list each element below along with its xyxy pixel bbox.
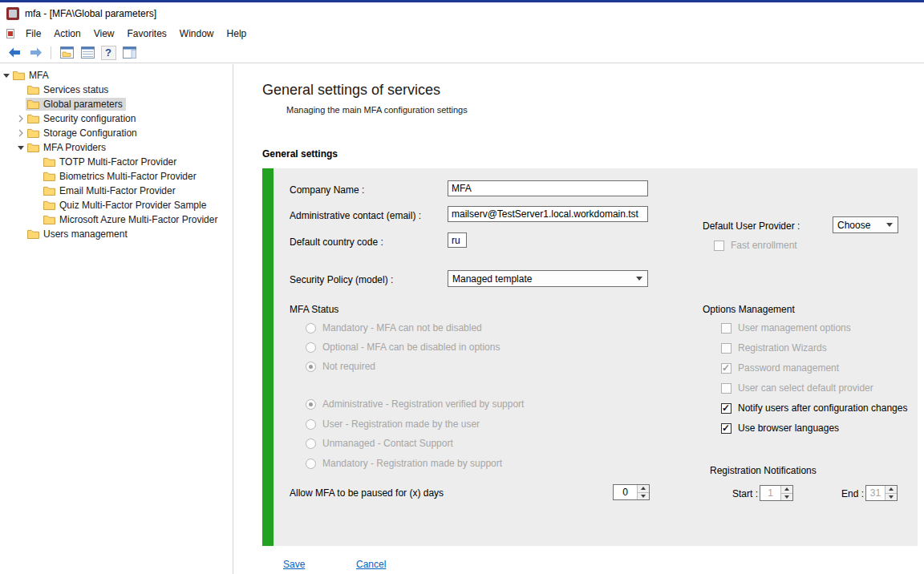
spin-down-button[interactable] bbox=[886, 493, 897, 501]
show-console-tree-button[interactable] bbox=[57, 44, 76, 62]
back-button[interactable] bbox=[5, 44, 24, 62]
menu-window[interactable]: Window bbox=[173, 26, 221, 42]
company-name-label: Company Name : bbox=[290, 184, 364, 196]
spin-down-button[interactable] bbox=[638, 492, 649, 500]
radio-mandatory-registration: Mandatory - Registration made by support bbox=[306, 458, 502, 469]
tree-item-email-provider[interactable]: Email Multi-Factor Provider bbox=[0, 184, 233, 198]
show-action-pane-button[interactable] bbox=[120, 44, 139, 62]
tree-item-users-management[interactable]: Users management bbox=[0, 227, 233, 241]
folder-icon bbox=[27, 143, 39, 152]
checkbox-label: Registration Wizards bbox=[738, 342, 827, 354]
checkbox-icon bbox=[721, 363, 732, 374]
tree-item-label: Security configuration bbox=[43, 113, 136, 124]
radio-icon bbox=[306, 323, 316, 333]
export-list-button[interactable] bbox=[78, 44, 97, 62]
menu-help[interactable]: Help bbox=[221, 26, 253, 42]
checkbox-icon[interactable] bbox=[721, 423, 732, 434]
console-document-icon bbox=[5, 28, 16, 39]
content-area: MFA Services status Global parameters bbox=[0, 64, 924, 574]
help-button[interactable]: ? bbox=[99, 44, 118, 62]
admin-contact-input[interactable] bbox=[448, 206, 648, 222]
spin-up-button[interactable] bbox=[781, 486, 792, 493]
options-management-heading: Options Management bbox=[703, 304, 795, 315]
menu-view[interactable]: View bbox=[87, 26, 121, 42]
folder-icon bbox=[43, 200, 55, 210]
tree-item-biometrics-provider[interactable]: Biometrics Multi-Factor Provider bbox=[0, 169, 233, 184]
tree-item-global-parameters[interactable]: Global parameters bbox=[0, 97, 233, 111]
checkbox-icon bbox=[714, 241, 724, 251]
spin-up-button[interactable] bbox=[638, 485, 649, 492]
tree-item-azure-provider[interactable]: Microsoft Azure Multi-Factor Provider bbox=[0, 212, 233, 227]
default-user-provider-label: Default User Provider : bbox=[703, 220, 800, 232]
folder-icon bbox=[43, 215, 55, 224]
settings-pane: General settings of services Managing th… bbox=[234, 64, 924, 574]
folder-icon bbox=[27, 99, 39, 109]
registration-notifications-heading: Registration Notifications bbox=[710, 465, 817, 476]
spin-down-button[interactable] bbox=[781, 493, 792, 501]
checkbox-user-management-options: User management options bbox=[721, 322, 851, 333]
mfa-status-heading: MFA Status bbox=[290, 304, 338, 315]
pause-days-label: Allow MFA to be paused for (x) days bbox=[290, 487, 444, 499]
admin-contact-label: Administrative contact (email) : bbox=[290, 210, 421, 221]
tree-item-label: Biometrics Multi-Factor Provider bbox=[59, 171, 197, 182]
chevron-down-icon bbox=[886, 223, 893, 227]
radio-icon bbox=[306, 399, 316, 410]
app-icon bbox=[6, 7, 19, 20]
tree-item-totp-provider[interactable]: TOTP Multi-Factor Provider bbox=[0, 155, 233, 169]
expander-icon[interactable] bbox=[16, 114, 26, 123]
tree-item-label: Microsoft Azure Multi-Factor Provider bbox=[59, 214, 217, 225]
country-code-input[interactable] bbox=[448, 232, 467, 248]
arrow-down-icon bbox=[784, 495, 789, 499]
checkbox-notify-users[interactable]: Notify users after configuration changes bbox=[721, 402, 907, 414]
folder-icon bbox=[43, 186, 55, 196]
menu-bar: File Action View Favorites Window Help bbox=[0, 24, 924, 42]
folder-icon bbox=[27, 114, 39, 123]
arrow-down-icon bbox=[889, 495, 894, 499]
expander-placeholder bbox=[32, 172, 42, 181]
menu-file[interactable]: File bbox=[19, 26, 47, 42]
security-policy-dropdown[interactable]: Managed template bbox=[448, 270, 648, 287]
page-subtitle: Managing the main MFA configuration sett… bbox=[286, 105, 468, 115]
tree-item-label: Global parameters bbox=[43, 99, 123, 110]
menu-favorites[interactable]: Favorites bbox=[121, 26, 173, 42]
radio-optional-mfa: Optional - MFA can be disabled in option… bbox=[306, 342, 500, 353]
save-link[interactable]: Save bbox=[283, 559, 305, 570]
radio-unmanaged-registration: Unmanaged - Contact Support bbox=[306, 438, 453, 449]
spin-up-button[interactable] bbox=[886, 486, 897, 493]
default-user-provider-dropdown[interactable]: Choose bbox=[833, 216, 898, 233]
forward-button[interactable] bbox=[26, 44, 45, 62]
tree-item-security-configuration[interactable]: Security configuration bbox=[0, 111, 233, 126]
company-name-input[interactable] bbox=[448, 180, 648, 196]
tree-item-mfa[interactable]: MFA bbox=[0, 68, 233, 83]
pause-days-spinner[interactable]: 0 bbox=[613, 484, 650, 500]
end-label: End : bbox=[841, 488, 864, 499]
checkbox-icon[interactable] bbox=[721, 403, 732, 414]
start-spinner[interactable]: 1 bbox=[760, 485, 793, 501]
accent-bar bbox=[262, 168, 274, 546]
folder-icon bbox=[43, 157, 55, 167]
tree-item-quiz-provider[interactable]: Quiz Multi-Factor Provider Sample bbox=[0, 198, 233, 212]
tree-item-services-status[interactable]: Services status bbox=[0, 83, 233, 97]
folder-icon bbox=[27, 128, 39, 138]
show-console-tree-icon bbox=[60, 46, 74, 59]
menu-action[interactable]: Action bbox=[47, 26, 87, 42]
window-title: mfa - [MFA\Global parameters] bbox=[25, 8, 156, 19]
expander-icon[interactable] bbox=[16, 143, 26, 152]
arrow-up-icon bbox=[784, 487, 789, 491]
cancel-link[interactable]: Cancel bbox=[356, 559, 386, 570]
expander-icon[interactable] bbox=[2, 71, 11, 80]
expander-icon[interactable] bbox=[16, 128, 26, 138]
checkbox-registration-wizards: Registration Wizards bbox=[721, 342, 827, 354]
help-icon: ? bbox=[101, 46, 116, 60]
tree-item-storage-configuration[interactable]: Storage Configuration bbox=[0, 126, 233, 140]
end-value: 31 bbox=[866, 486, 885, 500]
arrow-up-icon bbox=[641, 487, 646, 490]
tree-item-mfa-providers[interactable]: MFA Providers bbox=[0, 140, 233, 155]
security-policy-value: Managed template bbox=[452, 273, 532, 285]
arrow-down-icon bbox=[641, 495, 646, 498]
end-spinner[interactable]: 31 bbox=[865, 485, 898, 501]
checkbox-use-browser-languages[interactable]: Use browser languages bbox=[721, 422, 839, 434]
forward-arrow-icon bbox=[30, 47, 42, 58]
pause-days-value: 0 bbox=[614, 485, 637, 499]
tree-item-label: MFA Providers bbox=[43, 142, 106, 153]
